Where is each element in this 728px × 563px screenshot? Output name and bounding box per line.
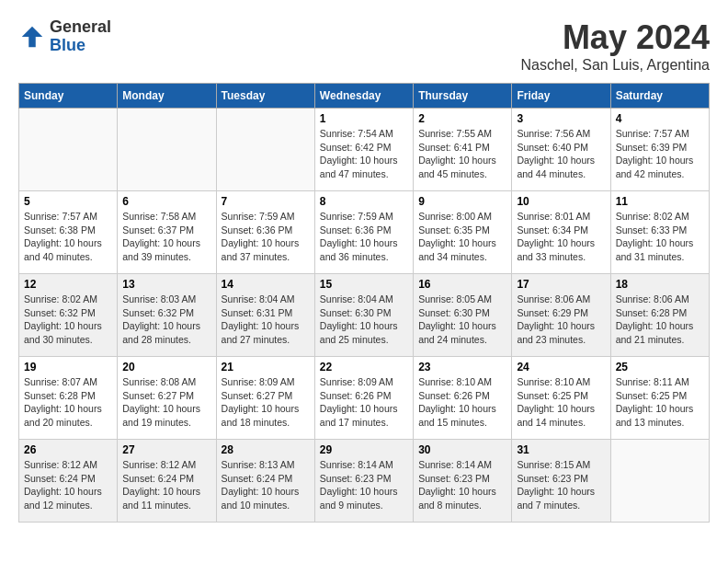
calendar-cell: 13Sunrise: 8:03 AM Sunset: 6:32 PM Dayli… [118, 274, 216, 357]
day-number: 24 [517, 361, 605, 373]
header-thursday: Thursday [414, 84, 512, 109]
day-info: Sunrise: 7:58 AM Sunset: 6:37 PM Dayligh… [122, 210, 210, 264]
calendar-cell: 24Sunrise: 8:10 AM Sunset: 6:25 PM Dayli… [512, 357, 610, 440]
day-info: Sunrise: 7:59 AM Sunset: 6:36 PM Dayligh… [222, 210, 310, 264]
day-info: Sunrise: 8:12 AM Sunset: 6:24 PM Dayligh… [122, 458, 210, 512]
day-info: Sunrise: 8:14 AM Sunset: 6:23 PM Dayligh… [320, 458, 408, 512]
calendar-cell: 7Sunrise: 7:59 AM Sunset: 6:36 PM Daylig… [216, 191, 314, 274]
calendar-cell: 18Sunrise: 8:06 AM Sunset: 6:28 PM Dayli… [610, 274, 709, 357]
calendar-cell: 12Sunrise: 8:02 AM Sunset: 6:32 PM Dayli… [19, 274, 118, 357]
day-info: Sunrise: 8:04 AM Sunset: 6:30 PM Dayligh… [320, 293, 408, 347]
day-info: Sunrise: 7:55 AM Sunset: 6:41 PM Dayligh… [418, 127, 506, 181]
calendar-cell: 31Sunrise: 8:15 AM Sunset: 6:23 PM Dayli… [512, 440, 610, 523]
day-number: 12 [24, 278, 112, 291]
day-info: Sunrise: 8:07 AM Sunset: 6:28 PM Dayligh… [24, 375, 112, 430]
day-info: Sunrise: 8:13 AM Sunset: 6:24 PM Dayligh… [222, 458, 310, 512]
day-number: 25 [616, 361, 704, 373]
location-subtitle: Naschel, San Luis, Argentina [521, 57, 710, 74]
logo-general: General [50, 17, 111, 36]
calendar-cell: 1Sunrise: 7:54 AM Sunset: 6:42 PM Daylig… [314, 109, 413, 191]
day-number: 1 [320, 112, 408, 125]
day-number: 11 [616, 195, 704, 208]
header-tuesday: Tuesday [216, 84, 314, 109]
day-number: 26 [24, 443, 112, 456]
day-info: Sunrise: 7:57 AM Sunset: 6:39 PM Dayligh… [616, 127, 704, 181]
day-number: 5 [24, 195, 112, 208]
day-info: Sunrise: 8:15 AM Sunset: 6:23 PM Dayligh… [517, 458, 605, 512]
day-number: 3 [517, 112, 605, 125]
day-info: Sunrise: 8:02 AM Sunset: 6:32 PM Dayligh… [24, 293, 112, 347]
calendar-week-4: 19Sunrise: 8:07 AM Sunset: 6:28 PM Dayli… [19, 357, 710, 440]
calendar-cell: 11Sunrise: 8:02 AM Sunset: 6:33 PM Dayli… [610, 191, 709, 274]
calendar-cell: 15Sunrise: 8:04 AM Sunset: 6:30 PM Dayli… [314, 274, 413, 357]
day-info: Sunrise: 8:11 AM Sunset: 6:25 PM Dayligh… [616, 375, 704, 430]
calendar-cell: 3Sunrise: 7:56 AM Sunset: 6:40 PM Daylig… [512, 109, 610, 191]
day-number: 28 [222, 443, 310, 456]
calendar-cell [19, 109, 118, 191]
day-number: 7 [222, 195, 310, 208]
logo: General Blue [18, 18, 111, 55]
day-info: Sunrise: 7:56 AM Sunset: 6:40 PM Dayligh… [517, 127, 605, 181]
day-number: 8 [320, 195, 408, 208]
calendar-cell: 23Sunrise: 8:10 AM Sunset: 6:26 PM Dayli… [414, 357, 512, 440]
svg-marker-0 [22, 27, 43, 48]
header-monday: Monday [118, 84, 216, 109]
day-info: Sunrise: 8:06 AM Sunset: 6:28 PM Dayligh… [616, 293, 704, 347]
calendar-cell: 29Sunrise: 8:14 AM Sunset: 6:23 PM Dayli… [314, 440, 413, 523]
calendar-cell: 5Sunrise: 7:57 AM Sunset: 6:38 PM Daylig… [19, 191, 118, 274]
day-number: 31 [517, 443, 605, 456]
logo-text: General Blue [50, 18, 111, 55]
calendar-cell: 26Sunrise: 8:12 AM Sunset: 6:24 PM Dayli… [19, 440, 118, 523]
calendar-cell [610, 440, 709, 523]
calendar-cell: 4Sunrise: 7:57 AM Sunset: 6:39 PM Daylig… [610, 109, 709, 191]
day-info: Sunrise: 8:10 AM Sunset: 6:26 PM Dayligh… [418, 375, 506, 430]
calendar-cell [118, 109, 216, 191]
day-info: Sunrise: 8:05 AM Sunset: 6:30 PM Dayligh… [418, 293, 506, 347]
page-header: General Blue May 2024 Naschel, San Luis,… [18, 18, 710, 74]
calendar-week-1: 1Sunrise: 7:54 AM Sunset: 6:42 PM Daylig… [19, 109, 710, 191]
day-info: Sunrise: 8:06 AM Sunset: 6:29 PM Dayligh… [517, 293, 605, 347]
day-info: Sunrise: 7:59 AM Sunset: 6:36 PM Dayligh… [320, 210, 408, 264]
calendar-cell: 14Sunrise: 8:04 AM Sunset: 6:31 PM Dayli… [216, 274, 314, 357]
day-info: Sunrise: 7:57 AM Sunset: 6:38 PM Dayligh… [24, 210, 112, 264]
day-info: Sunrise: 8:09 AM Sunset: 6:27 PM Dayligh… [222, 375, 310, 430]
day-number: 9 [418, 195, 506, 208]
calendar-cell: 16Sunrise: 8:05 AM Sunset: 6:30 PM Dayli… [414, 274, 512, 357]
day-number: 19 [24, 361, 112, 373]
day-info: Sunrise: 8:00 AM Sunset: 6:35 PM Dayligh… [418, 210, 506, 264]
calendar-cell: 22Sunrise: 8:09 AM Sunset: 6:26 PM Dayli… [314, 357, 413, 440]
calendar-cell: 9Sunrise: 8:00 AM Sunset: 6:35 PM Daylig… [414, 191, 512, 274]
day-number: 21 [222, 361, 310, 373]
calendar-cell: 25Sunrise: 8:11 AM Sunset: 6:25 PM Dayli… [610, 357, 709, 440]
calendar-cell: 6Sunrise: 7:58 AM Sunset: 6:37 PM Daylig… [118, 191, 216, 274]
day-info: Sunrise: 8:01 AM Sunset: 6:34 PM Dayligh… [517, 210, 605, 264]
calendar-cell: 21Sunrise: 8:09 AM Sunset: 6:27 PM Dayli… [216, 357, 314, 440]
calendar-cell: 17Sunrise: 8:06 AM Sunset: 6:29 PM Dayli… [512, 274, 610, 357]
day-info: Sunrise: 8:12 AM Sunset: 6:24 PM Dayligh… [24, 458, 112, 512]
day-number: 16 [418, 278, 506, 291]
day-number: 17 [517, 278, 605, 291]
calendar-week-5: 26Sunrise: 8:12 AM Sunset: 6:24 PM Dayli… [19, 440, 710, 523]
day-number: 18 [616, 278, 704, 291]
month-title: May 2024 [521, 18, 710, 57]
day-info: Sunrise: 7:54 AM Sunset: 6:42 PM Dayligh… [320, 127, 408, 181]
calendar-week-3: 12Sunrise: 8:02 AM Sunset: 6:32 PM Dayli… [19, 274, 710, 357]
calendar-cell: 27Sunrise: 8:12 AM Sunset: 6:24 PM Dayli… [118, 440, 216, 523]
title-block: May 2024 Naschel, San Luis, Argentina [521, 18, 710, 74]
day-info: Sunrise: 8:02 AM Sunset: 6:33 PM Dayligh… [616, 210, 704, 264]
calendar-cell: 30Sunrise: 8:14 AM Sunset: 6:23 PM Dayli… [414, 440, 512, 523]
header-sunday: Sunday [19, 84, 118, 109]
day-info: Sunrise: 8:10 AM Sunset: 6:25 PM Dayligh… [517, 375, 605, 430]
calendar-table: SundayMondayTuesdayWednesdayThursdayFrid… [18, 83, 710, 523]
calendar-cell: 20Sunrise: 8:08 AM Sunset: 6:27 PM Dayli… [118, 357, 216, 440]
day-number: 27 [122, 443, 210, 456]
logo-icon [18, 23, 46, 51]
calendar-cell: 2Sunrise: 7:55 AM Sunset: 6:41 PM Daylig… [414, 109, 512, 191]
day-info: Sunrise: 8:03 AM Sunset: 6:32 PM Dayligh… [122, 293, 210, 347]
calendar-cell: 8Sunrise: 7:59 AM Sunset: 6:36 PM Daylig… [314, 191, 413, 274]
day-number: 30 [418, 443, 506, 456]
calendar-week-2: 5Sunrise: 7:57 AM Sunset: 6:38 PM Daylig… [19, 191, 710, 274]
calendar-cell: 10Sunrise: 8:01 AM Sunset: 6:34 PM Dayli… [512, 191, 610, 274]
day-number: 15 [320, 278, 408, 291]
day-number: 14 [222, 278, 310, 291]
